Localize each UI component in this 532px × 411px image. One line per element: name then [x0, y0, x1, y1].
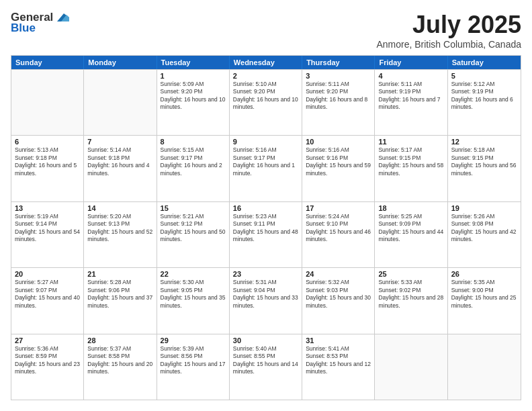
day-number: 17 [306, 204, 371, 212]
logo-text-blue: Blue [11, 21, 36, 35]
day-number: 1 [161, 72, 226, 80]
day-number: 27 [15, 336, 80, 345]
day-cell-2: 2Sunrise: 5:10 AMSunset: 9:20 PMDaylight… [230, 70, 302, 135]
day-detail: Sunrise: 5:33 AMSunset: 9:02 PMDaylight:… [378, 279, 443, 310]
day-cell-18: 18Sunrise: 5:25 AMSunset: 9:09 PMDayligh… [375, 202, 447, 267]
day-number: 31 [306, 336, 371, 345]
day-detail: Sunrise: 5:26 AMSunset: 9:08 PMDaylight:… [451, 213, 517, 244]
day-detail: Sunrise: 5:16 AMSunset: 9:17 PMDaylight:… [233, 146, 298, 177]
day-detail: Sunrise: 5:24 AMSunset: 9:10 PMDaylight:… [306, 213, 371, 244]
day-number: 25 [378, 270, 443, 278]
logo-icon [54, 12, 69, 23]
day-detail: Sunrise: 5:12 AMSunset: 9:19 PMDaylight:… [451, 81, 517, 111]
day-detail: Sunrise: 5:16 AMSunset: 9:16 PMDaylight:… [306, 146, 371, 177]
title-block: July 2025 Anmore, British Columbia, Cana… [376, 11, 521, 50]
day-cell-12: 12Sunrise: 5:18 AMSunset: 9:15 PMDayligh… [448, 136, 521, 201]
day-detail: Sunrise: 5:32 AMSunset: 9:03 PMDaylight:… [306, 279, 371, 310]
day-cell-9: 9Sunrise: 5:16 AMSunset: 9:17 PMDaylight… [230, 136, 302, 201]
week-row-4: 20Sunrise: 5:27 AMSunset: 9:07 PMDayligh… [11, 267, 521, 333]
week-row-3: 13Sunrise: 5:19 AMSunset: 9:14 PMDayligh… [11, 201, 521, 267]
day-detail: Sunrise: 5:18 AMSunset: 9:15 PMDaylight:… [451, 146, 517, 177]
day-cell-8: 8Sunrise: 5:15 AMSunset: 9:17 PMDaylight… [157, 136, 230, 201]
day-cell-16: 16Sunrise: 5:23 AMSunset: 9:11 PMDayligh… [230, 202, 302, 267]
day-cell-13: 13Sunrise: 5:19 AMSunset: 9:14 PMDayligh… [11, 202, 84, 267]
calendar-location: Anmore, British Columbia, Canada [376, 39, 521, 50]
day-detail: Sunrise: 5:37 AMSunset: 8:58 PMDaylight:… [87, 345, 152, 376]
day-number: 3 [306, 72, 371, 80]
weekday-header-monday: Monday [84, 56, 157, 69]
day-detail: Sunrise: 5:15 AMSunset: 9:17 PMDaylight:… [161, 146, 226, 177]
day-number: 13 [15, 204, 80, 212]
day-cell-10: 10Sunrise: 5:16 AMSunset: 9:16 PMDayligh… [302, 136, 375, 201]
day-number: 20 [15, 270, 80, 278]
week-row-5: 27Sunrise: 5:36 AMSunset: 8:59 PMDayligh… [11, 334, 521, 400]
header: General Blue July 2025 Anmore, British C… [11, 11, 521, 50]
empty-cell [375, 334, 447, 400]
day-detail: Sunrise: 5:30 AMSunset: 9:05 PMDaylight:… [161, 279, 226, 310]
day-detail: Sunrise: 5:41 AMSunset: 8:53 PMDaylight:… [306, 345, 371, 376]
day-cell-7: 7Sunrise: 5:14 AMSunset: 9:18 PMDaylight… [84, 136, 157, 201]
day-number: 19 [451, 204, 517, 212]
logo: General Blue [11, 11, 69, 35]
day-detail: Sunrise: 5:20 AMSunset: 9:13 PMDaylight:… [87, 213, 152, 244]
day-cell-20: 20Sunrise: 5:27 AMSunset: 9:07 PMDayligh… [11, 268, 84, 333]
day-number: 18 [378, 204, 443, 212]
day-detail: Sunrise: 5:11 AMSunset: 9:19 PMDaylight:… [378, 81, 443, 111]
calendar-title: July 2025 [376, 11, 521, 39]
calendar-header-row: SundayMondayTuesdayWednesdayThursdayFrid… [11, 56, 521, 69]
day-cell-4: 4Sunrise: 5:11 AMSunset: 9:19 PMDaylight… [375, 70, 447, 135]
day-cell-15: 15Sunrise: 5:21 AMSunset: 9:12 PMDayligh… [157, 202, 230, 267]
day-number: 24 [306, 270, 371, 278]
day-number: 8 [161, 138, 226, 146]
day-cell-25: 25Sunrise: 5:33 AMSunset: 9:02 PMDayligh… [375, 268, 447, 333]
day-cell-6: 6Sunrise: 5:13 AMSunset: 9:18 PMDaylight… [11, 136, 84, 201]
empty-cell [84, 70, 157, 135]
day-detail: Sunrise: 5:40 AMSunset: 8:55 PMDaylight:… [233, 345, 298, 376]
day-detail: Sunrise: 5:27 AMSunset: 9:07 PMDaylight:… [15, 279, 80, 310]
day-number: 29 [161, 336, 226, 345]
day-cell-17: 17Sunrise: 5:24 AMSunset: 9:10 PMDayligh… [302, 202, 375, 267]
week-row-2: 6Sunrise: 5:13 AMSunset: 9:18 PMDaylight… [11, 135, 521, 201]
day-detail: Sunrise: 5:11 AMSunset: 9:20 PMDaylight:… [306, 81, 371, 111]
day-number: 21 [87, 270, 152, 278]
day-cell-28: 28Sunrise: 5:37 AMSunset: 8:58 PMDayligh… [84, 334, 157, 400]
day-detail: Sunrise: 5:21 AMSunset: 9:12 PMDaylight:… [161, 213, 226, 244]
day-number: 28 [87, 336, 152, 345]
day-detail: Sunrise: 5:17 AMSunset: 9:15 PMDaylight:… [378, 146, 443, 177]
day-detail: Sunrise: 5:14 AMSunset: 9:18 PMDaylight:… [87, 146, 152, 177]
day-cell-11: 11Sunrise: 5:17 AMSunset: 9:15 PMDayligh… [375, 136, 447, 201]
day-number: 14 [87, 204, 152, 212]
day-number: 5 [451, 72, 517, 80]
day-cell-14: 14Sunrise: 5:20 AMSunset: 9:13 PMDayligh… [84, 202, 157, 267]
day-number: 11 [378, 138, 443, 146]
day-cell-22: 22Sunrise: 5:30 AMSunset: 9:05 PMDayligh… [157, 268, 230, 333]
day-number: 30 [233, 336, 298, 345]
day-detail: Sunrise: 5:13 AMSunset: 9:18 PMDaylight:… [15, 146, 80, 177]
day-cell-31: 31Sunrise: 5:41 AMSunset: 8:53 PMDayligh… [302, 334, 375, 400]
day-detail: Sunrise: 5:10 AMSunset: 9:20 PMDaylight:… [233, 81, 298, 111]
calendar: SundayMondayTuesdayWednesdayThursdayFrid… [11, 55, 521, 400]
day-number: 12 [451, 138, 517, 146]
day-number: 15 [161, 204, 226, 212]
day-cell-19: 19Sunrise: 5:26 AMSunset: 9:08 PMDayligh… [448, 202, 521, 267]
day-number: 22 [161, 270, 226, 278]
day-number: 2 [233, 72, 298, 80]
day-number: 10 [306, 138, 371, 146]
weekday-header-sunday: Sunday [11, 56, 84, 69]
day-number: 6 [15, 138, 80, 146]
day-cell-24: 24Sunrise: 5:32 AMSunset: 9:03 PMDayligh… [302, 268, 375, 333]
day-cell-1: 1Sunrise: 5:09 AMSunset: 9:20 PMDaylight… [157, 70, 230, 135]
day-number: 9 [233, 138, 298, 146]
day-detail: Sunrise: 5:35 AMSunset: 9:00 PMDaylight:… [451, 279, 517, 310]
empty-cell [11, 70, 84, 135]
day-cell-21: 21Sunrise: 5:28 AMSunset: 9:06 PMDayligh… [84, 268, 157, 333]
day-cell-5: 5Sunrise: 5:12 AMSunset: 9:19 PMDaylight… [448, 70, 521, 135]
day-number: 26 [451, 270, 517, 278]
empty-cell [448, 334, 521, 400]
weekday-header-thursday: Thursday [302, 56, 375, 69]
day-detail: Sunrise: 5:09 AMSunset: 9:20 PMDaylight:… [161, 81, 226, 111]
day-detail: Sunrise: 5:25 AMSunset: 9:09 PMDaylight:… [378, 213, 443, 244]
day-detail: Sunrise: 5:31 AMSunset: 9:04 PMDaylight:… [233, 279, 298, 310]
day-detail: Sunrise: 5:28 AMSunset: 9:06 PMDaylight:… [87, 279, 152, 310]
day-cell-30: 30Sunrise: 5:40 AMSunset: 8:55 PMDayligh… [230, 334, 302, 400]
